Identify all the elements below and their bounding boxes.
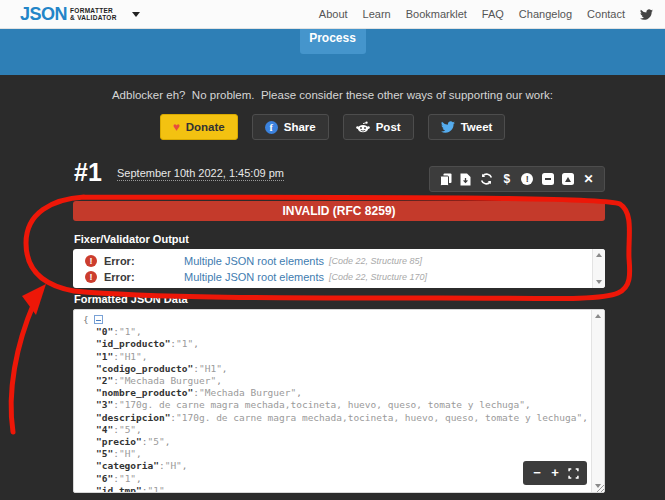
- logo-subtitle-line1: FORMATTER: [70, 7, 117, 14]
- scroll-down-icon[interactable]: [596, 280, 602, 284]
- error-icon: !: [85, 271, 97, 283]
- nav-link-changelog[interactable]: Changelog: [519, 8, 572, 20]
- reprocess-icon[interactable]: [480, 172, 493, 186]
- json-line: "nombre_producto":"Mechada Burguer",: [83, 387, 591, 399]
- hero-band: Process: [0, 29, 665, 75]
- formatted-json-box: {"0":"1","id_producto":"1","1":"H1","cod…: [73, 309, 605, 493]
- logo-subtitle-line2: & VALIDATOR: [70, 14, 117, 21]
- scroll-up-icon[interactable]: [595, 314, 601, 318]
- json-zoom-toolbar: − +: [523, 461, 587, 485]
- validator-output-box: !Error:Multiple JSON root elements[Code …: [73, 249, 605, 288]
- button-label: Post: [376, 121, 401, 133]
- error-icon: !: [85, 255, 97, 267]
- resize-grip-icon[interactable]: [596, 484, 605, 493]
- scroll-up-icon[interactable]: [596, 253, 602, 257]
- error-label: Error:: [104, 255, 154, 267]
- error-list: !Error:Multiple JSON root elements[Code …: [73, 249, 605, 284]
- error-detail: [Code 22, Structure 170]: [329, 272, 427, 282]
- result-index: #1: [74, 158, 102, 187]
- error-info-icon[interactable]: !: [521, 172, 534, 186]
- copy-icon[interactable]: [439, 172, 452, 186]
- error-row: !Error:Multiple JSON root elements[Code …: [85, 254, 605, 268]
- error-message-link[interactable]: Multiple JSON root elements: [184, 271, 324, 283]
- tweet-button[interactable]: Tweet: [428, 114, 506, 140]
- result-toolbar: $!✕: [429, 166, 605, 192]
- facebook-icon: f: [265, 121, 278, 134]
- open-brace: {: [83, 314, 89, 325]
- error-detail: [Code 22, Structure 85]: [329, 256, 422, 266]
- adblock-message: Adblocker eh? No problem. Please conside…: [0, 89, 665, 101]
- logo-subtitle: FORMATTER & VALIDATOR: [70, 7, 117, 21]
- collapse-icon[interactable]: [541, 172, 554, 186]
- nav-link-about[interactable]: About: [319, 8, 348, 20]
- dollar-icon[interactable]: $: [500, 172, 513, 186]
- status-banner: INVALID (RFC 8259): [73, 201, 605, 221]
- result-timestamp[interactable]: September 10th 2022, 1:45:09 pm: [117, 167, 284, 181]
- error-row: !Error:Multiple JSON root elements[Code …: [85, 270, 605, 284]
- error-message-link[interactable]: Multiple JSON root elements: [184, 255, 324, 267]
- heart-icon: ♥: [173, 120, 180, 134]
- nav-link-learn[interactable]: Learn: [363, 8, 391, 20]
- zoom-in-icon[interactable]: +: [546, 466, 564, 480]
- json-line: "6":"1",: [83, 473, 591, 485]
- error-label: Error:: [104, 271, 154, 283]
- json-line: "codigo_producto":"H1",: [83, 363, 591, 375]
- share-button[interactable]: fShare: [252, 114, 329, 140]
- fullscreen-icon[interactable]: [564, 466, 582, 480]
- json-line: "precio":"5",: [83, 436, 591, 448]
- support-buttons: ♥DonatefSharePostTweet: [0, 114, 665, 140]
- json-line: "0":"1",: [83, 326, 591, 338]
- json-line: "3":"170g. de carne magra mechada,tocine…: [83, 399, 591, 411]
- logo-text-json: JSON: [20, 4, 67, 25]
- button-label: Share: [284, 121, 316, 133]
- json-line: "categoria":"H",: [83, 460, 591, 472]
- validator-scrollbar[interactable]: [592, 249, 605, 288]
- donate-button[interactable]: ♥Donate: [160, 114, 238, 140]
- json-line: "2":"Mechada Burguer",: [83, 375, 591, 387]
- site-logo[interactable]: JSON FORMATTER & VALIDATOR: [20, 4, 140, 25]
- nav-link-bookmarklet[interactable]: Bookmarklet: [406, 8, 467, 20]
- nav-link-faq[interactable]: FAQ: [482, 8, 504, 20]
- page: JSON FORMATTER & VALIDATOR AboutLearnBoo…: [0, 0, 665, 500]
- top-nav: AboutLearnBookmarkletFAQChangelogContact: [319, 8, 665, 20]
- reddit-icon: [356, 121, 370, 133]
- validator-output-heading: Fixer/Validator Output: [74, 233, 189, 245]
- json-line: "5":"H",: [83, 448, 591, 460]
- json-line: {: [83, 314, 591, 326]
- twitter-blue-icon: [441, 121, 455, 133]
- twitter-icon[interactable]: [640, 9, 653, 20]
- nav-link-contact[interactable]: Contact: [587, 8, 625, 20]
- post-button[interactable]: Post: [343, 114, 414, 140]
- process-button[interactable]: Process: [300, 29, 366, 54]
- json-line: "id_producto":"1",: [83, 338, 591, 350]
- json-scrollbar[interactable]: [591, 310, 604, 492]
- json-line: "1":"H1",: [83, 351, 591, 363]
- close-icon[interactable]: ✕: [582, 172, 595, 186]
- json-code: {"0":"1","id_producto":"1","1":"H1","cod…: [74, 310, 591, 492]
- button-label: Tweet: [461, 121, 493, 133]
- formatted-json-heading: Formatted JSON Data: [74, 293, 188, 305]
- button-label: Donate: [186, 121, 225, 133]
- scroll-top-icon[interactable]: [562, 172, 575, 186]
- chevron-down-icon[interactable]: [132, 12, 140, 17]
- json-line: "descripcion":"170g. de carne magra mech…: [83, 412, 591, 424]
- collapse-toggle-icon[interactable]: [94, 315, 103, 324]
- zoom-out-icon[interactable]: −: [528, 466, 546, 480]
- json-line: "id_tmp":"1",: [83, 485, 591, 492]
- file-export-icon[interactable]: [459, 172, 472, 186]
- site-header: JSON FORMATTER & VALIDATOR AboutLearnBoo…: [0, 0, 665, 29]
- json-line: "4":"5",: [83, 424, 591, 436]
